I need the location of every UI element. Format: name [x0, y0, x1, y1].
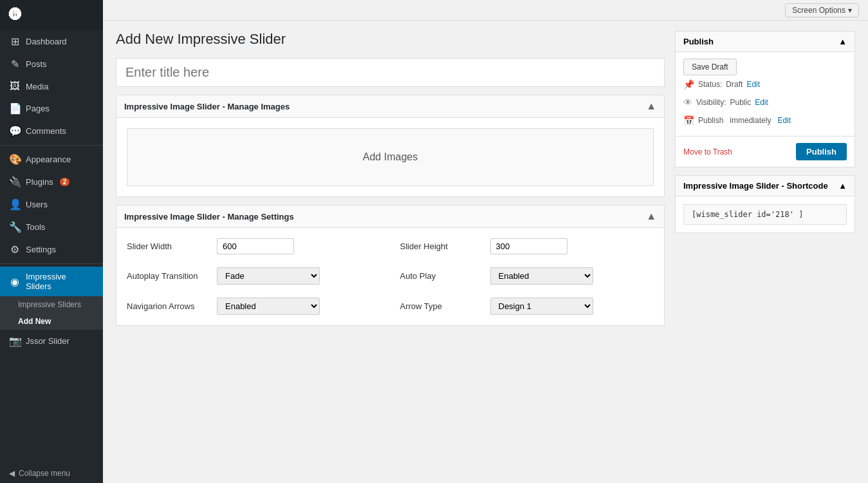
manage-images-toggle-icon: ▲	[646, 100, 656, 112]
main-content: Screen Options ▾ Add New Impressive Slid…	[103, 0, 868, 483]
slider-height-label: Slider Height	[400, 242, 484, 251]
move-to-trash-link[interactable]: Move to Trash	[683, 147, 732, 156]
status-label: Status:	[698, 80, 722, 89]
publish-time-value: immediately	[730, 116, 771, 125]
publish-panel-body: Save Draft 📌 Status: Draft Edit 👁 Visibi…	[676, 52, 854, 136]
sidebar-item-impressive-add[interactable]: Add New	[0, 313, 103, 330]
impressive-sliders-submenu: Impressive Sliders Add New	[0, 296, 103, 330]
settings-icon: ⚙	[9, 243, 21, 256]
publish-label-text: Publish	[698, 116, 723, 125]
shortcode-panel-header[interactable]: Impressive Image Slider - Shortcode ▲	[676, 176, 854, 196]
collapse-menu-button[interactable]: ◀ Collapse menu	[0, 464, 103, 483]
autoplay-transition-select[interactable]: Fade Slide Zoom	[217, 267, 320, 285]
posts-icon: ✎	[9, 58, 21, 70]
page-content-area: Add New Impressive Slider Impressive Ima…	[103, 21, 868, 483]
sidebar-item-jssor[interactable]: 📷 Jssor Slider	[0, 330, 103, 352]
auto-play-row: Auto Play Enabled Disabled	[400, 267, 654, 285]
screen-options-label: Screen Options	[792, 6, 845, 15]
visibility-row: 👁 Visibility: Public Edit	[683, 93, 847, 111]
publish-button[interactable]: Publish	[796, 143, 847, 160]
sidebar-item-dashboard[interactable]: ⊞ Dashboard	[0, 30, 103, 53]
sidebar-item-label: Impressive Sliders	[26, 272, 94, 291]
comments-icon: 💬	[9, 125, 21, 137]
appearance-icon: 🎨	[9, 153, 21, 166]
impressive-sliders-icon: ◉	[9, 276, 21, 288]
sidebar-item-appearance[interactable]: 🎨 Appearance	[0, 148, 103, 171]
left-column: Add New Impressive Slider Impressive Ima…	[116, 31, 665, 473]
publish-time-edit-link[interactable]: Edit	[777, 116, 791, 125]
publish-actions: Move to Trash Publish	[676, 136, 854, 167]
screen-options-chevron: ▾	[848, 6, 852, 15]
shortcode-panel-body: [wisme_slider id='218' ]	[676, 196, 854, 232]
wp-logo-icon: 🅦	[9, 8, 22, 23]
jssor-label: Jssor Slider	[26, 336, 69, 346]
add-images-label: Add Images	[363, 151, 418, 163]
manage-images-panel-header[interactable]: Impressive Image Slider - Manage Images …	[116, 95, 664, 118]
manage-settings-panel-header[interactable]: Impressive Image Slider - Manage Setting…	[116, 205, 664, 228]
sidebar: 🅦 ⊞ Dashboard ✎ Posts 🖼 Media 📄 Pages 💬 …	[0, 0, 103, 483]
arrow-type-select[interactable]: Design 1 Design 2 Design 3	[490, 298, 593, 315]
sidebar-item-label: Media	[26, 82, 48, 91]
shortcode-panel-toggle: ▲	[838, 181, 847, 191]
sidebar-item-label: Tools	[26, 222, 45, 232]
autoplay-transition-label: Autoplay Transition	[127, 271, 210, 281]
sidebar-item-label: Dashboard	[26, 37, 67, 46]
sidebar-item-label: Comments	[26, 126, 66, 136]
autoplay-transition-row: Autoplay Transition Fade Slide Zoom	[127, 267, 381, 285]
sidebar-item-media[interactable]: 🖼 Media	[0, 75, 103, 97]
shortcode-panel-title: Impressive Image Slider - Shortcode	[683, 181, 828, 191]
slider-height-input[interactable]	[490, 238, 568, 254]
visibility-edit-link[interactable]: Edit	[755, 98, 768, 107]
status-value: Draft	[726, 80, 743, 89]
save-draft-button[interactable]: Save Draft	[683, 59, 737, 75]
impressive-add-label: Add New	[18, 317, 51, 326]
manage-settings-title: Impressive Image Slider - Manage Setting…	[124, 212, 294, 222]
manage-images-panel: Impressive Image Slider - Manage Images …	[116, 95, 665, 197]
shortcode-value: [wisme_slider id='218' ]	[683, 204, 847, 225]
navigation-arrows-select[interactable]: Enabled Disabled	[217, 298, 320, 315]
manage-settings-toggle-icon: ▲	[646, 211, 656, 222]
collapse-icon: ◀	[9, 469, 15, 478]
sidebar-separator-2	[0, 263, 103, 264]
sidebar-item-posts[interactable]: ✎ Posts	[0, 53, 103, 75]
manage-settings-panel: Impressive Image Slider - Manage Setting…	[116, 205, 665, 326]
slider-width-row: Slider Width	[127, 238, 381, 254]
sidebar-item-pages[interactable]: 📄 Pages	[0, 97, 103, 120]
sidebar-item-settings[interactable]: ⚙ Settings	[0, 238, 103, 261]
jssor-icon: 📷	[9, 335, 21, 347]
auto-play-label: Auto Play	[400, 271, 484, 281]
media-icon: 🖼	[9, 80, 21, 92]
screen-options-button[interactable]: Screen Options ▾	[785, 3, 859, 17]
navigation-arrows-row: Navigarion Arrows Enabled Disabled	[127, 298, 381, 315]
publish-panel-toggle: ▲	[838, 37, 847, 46]
sidebar-item-tools[interactable]: 🔧 Tools	[0, 216, 103, 238]
sidebar-item-plugins[interactable]: 🔌 Plugins 2	[0, 171, 103, 193]
shortcode-panel: Impressive Image Slider - Shortcode ▲ [w…	[675, 175, 855, 233]
sidebar-item-comments[interactable]: 💬 Comments	[0, 120, 103, 142]
sidebar-item-label: Appearance	[26, 155, 71, 164]
slider-width-input[interactable]	[217, 238, 294, 254]
visibility-label: Visibility:	[696, 98, 726, 107]
pages-icon: 📄	[9, 102, 21, 115]
sidebar-item-impressive-list[interactable]: Impressive Sliders	[0, 296, 103, 313]
add-images-area[interactable]: Add Images	[127, 128, 654, 186]
arrow-type-row: Arrow Type Design 1 Design 2 Design 3	[400, 298, 654, 315]
title-input[interactable]	[116, 58, 665, 87]
slider-height-row: Slider Height	[400, 238, 654, 254]
publish-panel-title: Publish	[683, 37, 714, 46]
settings-grid: Slider Width Slider Height Autoplay Tran…	[116, 228, 664, 325]
auto-play-select[interactable]: Enabled Disabled	[490, 267, 593, 285]
status-edit-link[interactable]: Edit	[746, 80, 760, 89]
arrow-type-label: Arrow Type	[400, 301, 484, 311]
page-title: Add New Impressive Slider	[116, 31, 665, 48]
collapse-label: Collapse menu	[19, 469, 70, 478]
visibility-value: Public	[730, 98, 751, 107]
manage-images-title: Impressive Image Slider - Manage Images	[124, 102, 290, 111]
plugins-badge: 2	[60, 178, 70, 186]
publish-panel-header[interactable]: Publish ▲	[676, 32, 854, 52]
sidebar-item-impressive-sliders[interactable]: ◉ Impressive Sliders	[0, 267, 103, 296]
users-icon: 👤	[9, 198, 21, 211]
sidebar-item-users[interactable]: 👤 Users	[0, 193, 103, 216]
plugins-icon: 🔌	[9, 176, 21, 188]
navigation-arrows-label: Navigarion Arrows	[127, 301, 210, 311]
